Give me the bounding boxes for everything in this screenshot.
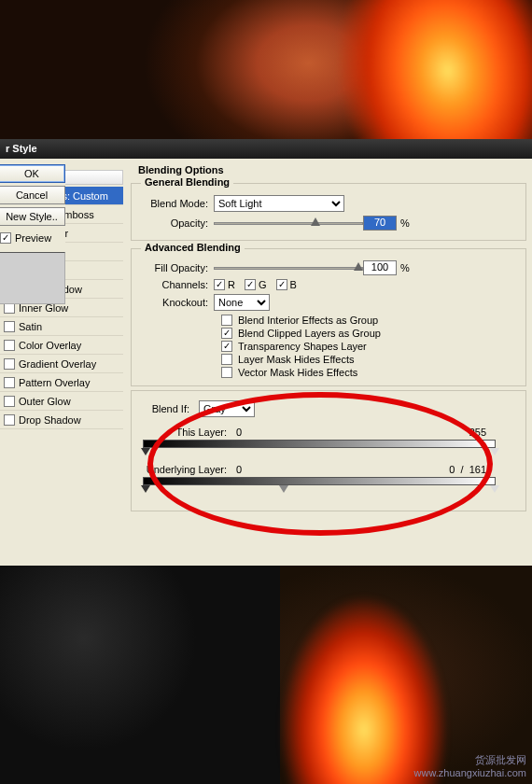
new-style-button[interactable]: New Style.. — [0, 207, 65, 226]
underlying-low: 0 — [236, 464, 242, 475]
this-layer-low: 0 — [236, 427, 242, 438]
dialog-buttons: OK Cancel New Style.. ✓Preview — [0, 164, 65, 304]
blend-mode-select[interactable]: Soft Light — [214, 195, 344, 212]
channels-label: Channels: — [139, 279, 214, 290]
styles-item-color-overlay[interactable]: Color Overlay — [0, 336, 123, 355]
background-bottom — [0, 566, 532, 784]
styles-item-satin[interactable]: Satin — [0, 317, 123, 336]
slider-handle-icon[interactable] — [141, 485, 150, 493]
this-layer-slider[interactable] — [143, 440, 514, 455]
opt-layer-mask-hides[interactable]: Layer Mask Hides Effects — [221, 354, 518, 365]
style-checkbox[interactable] — [4, 358, 15, 370]
dialog-title: r Style — [6, 143, 37, 154]
style-checkbox[interactable] — [4, 377, 15, 388]
suit-graphic — [0, 566, 280, 784]
preview-checkbox[interactable]: ✓Preview — [0, 232, 65, 244]
slider-handle-icon[interactable] — [490, 448, 499, 455]
opt-vector-mask-hides[interactable]: Vector Mask Hides Effects — [221, 367, 518, 378]
styles-item-label: Pattern Overlay — [19, 373, 90, 392]
styles-item-label: Satin — [19, 317, 42, 336]
underlying-layer-slider[interactable] — [143, 477, 514, 492]
styles-item-label: Outer Glow — [19, 392, 71, 411]
opt-transparency-shapes[interactable]: ✓Transparency Shapes Layer — [221, 341, 518, 352]
ok-button[interactable]: OK — [0, 164, 65, 183]
channel-r-checkbox[interactable]: ✓R — [214, 279, 235, 290]
styles-item-drop-shadow[interactable]: Drop Shadow — [0, 411, 123, 429]
styles-item-gradient-overlay[interactable]: Gradient Overlay — [0, 355, 123, 373]
styles-item-pattern-overlay[interactable]: Pattern Overlay — [0, 373, 123, 392]
styles-item-label: Gradient Overlay — [19, 355, 96, 373]
opacity-input[interactable]: 70 — [363, 216, 397, 231]
opt-blend-clipped[interactable]: ✓Blend Clipped Layers as Group — [221, 328, 518, 339]
channel-b-checkbox[interactable]: ✓B — [276, 279, 297, 290]
slider-handle-icon[interactable] — [141, 448, 150, 455]
cancel-button[interactable]: Cancel — [0, 186, 65, 204]
advanced-blending-group: Advanced Blending Fill Opacity: 100 % Ch… — [131, 248, 526, 386]
general-blending-group: General Blending Blend Mode: Soft Light … — [131, 183, 526, 241]
styles-item-label: Drop Shadow — [19, 411, 81, 429]
slider-handle-split-icon[interactable] — [279, 485, 288, 493]
flame-graphic — [252, 566, 476, 784]
fill-opacity-unit: % — [400, 262, 410, 273]
knockout-select[interactable]: None — [214, 294, 270, 311]
style-checkbox[interactable] — [4, 340, 15, 351]
underlying-high: 0 / 161 — [449, 464, 486, 475]
blend-if-select[interactable]: Gray — [199, 400, 255, 417]
opt-blend-interior[interactable]: Blend Interior Effects as Group — [221, 315, 518, 326]
underlying-layer-label: Underlying Layer: — [143, 464, 236, 475]
style-checkbox[interactable] — [4, 321, 15, 332]
dialog-titlebar: r Style — [0, 139, 532, 159]
opacity-label: Opacity: — [139, 217, 214, 229]
knockout-label: Knockout: — [139, 297, 214, 308]
blend-if-group: Blend If: Gray This Layer: 0 255 Underly… — [131, 390, 526, 511]
layer-style-dialog: yles nding Options: Custom Bevel & Embos… — [0, 159, 532, 566]
fill-opacity-label: Fill Opacity: — [139, 262, 214, 273]
channel-g-checkbox[interactable]: ✓G — [245, 279, 267, 290]
panel-title: Blending Options — [131, 164, 526, 175]
fill-opacity-input[interactable]: 100 — [363, 260, 397, 275]
style-checkbox[interactable] — [4, 414, 15, 426]
blend-mode-label: Blend Mode: — [139, 198, 214, 209]
background-top — [0, 0, 532, 140]
group-title: General Blending — [141, 176, 233, 188]
group-title: Advanced Blending — [141, 242, 245, 253]
preview-swatch — [0, 252, 65, 304]
this-layer-high: 255 — [469, 427, 486, 438]
style-checkbox[interactable] — [4, 396, 15, 407]
styles-item-label: Color Overlay — [19, 336, 81, 355]
options-panel: Blending Options General Blending Blend … — [123, 164, 532, 560]
this-layer-label: This Layer: — [143, 427, 236, 438]
watermark: 货源批发网 www.zhuangxiuzhai.com — [414, 753, 526, 778]
slider-handle-icon[interactable] — [490, 485, 499, 493]
blend-if-label: Blend If: — [143, 403, 199, 414]
opacity-unit: % — [400, 217, 410, 229]
opacity-slider[interactable] — [214, 216, 363, 231]
styles-item-outer-glow[interactable]: Outer Glow — [0, 392, 123, 411]
fill-opacity-slider[interactable] — [214, 260, 363, 275]
slider-thumb-icon[interactable] — [311, 217, 320, 226]
slider-thumb-icon[interactable] — [354, 262, 363, 271]
flame-graphic — [269, 0, 532, 140]
